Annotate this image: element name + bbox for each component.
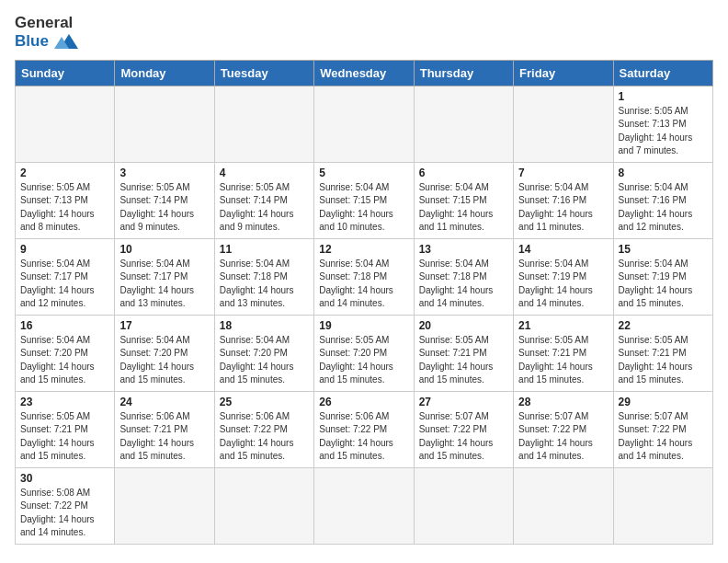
- day-number: 4: [220, 167, 309, 179]
- day-number: 1: [619, 90, 708, 103]
- day-info: Sunrise: 5:05 AM Sunset: 7:13 PM Dayligh…: [20, 181, 109, 235]
- day-number: 6: [419, 167, 508, 179]
- day-info: Sunrise: 5:04 AM Sunset: 7:15 PM Dayligh…: [319, 181, 408, 235]
- calendar-cell: 20Sunrise: 5:05 AM Sunset: 7:21 PM Dayli…: [414, 315, 513, 391]
- day-info: Sunrise: 5:04 AM Sunset: 7:20 PM Dayligh…: [119, 334, 209, 387]
- calendar-week-4: 16Sunrise: 5:04 AM Sunset: 7:20 PM Dayli…: [16, 315, 713, 391]
- logo-blue: Blue: [15, 32, 49, 51]
- day-info: Sunrise: 5:04 AM Sunset: 7:15 PM Dayligh…: [419, 181, 508, 235]
- day-number: 8: [619, 167, 708, 179]
- calendar-cell: 18Sunrise: 5:04 AM Sunset: 7:20 PM Dayli…: [214, 315, 313, 391]
- day-info: Sunrise: 5:06 AM Sunset: 7:21 PM Dayligh…: [119, 410, 209, 464]
- calendar-cell: 15Sunrise: 5:04 AM Sunset: 7:19 PM Dayli…: [613, 238, 712, 315]
- day-number: 2: [20, 167, 109, 179]
- day-info: Sunrise: 5:04 AM Sunset: 7:19 PM Dayligh…: [518, 258, 608, 311]
- day-number: 28: [518, 396, 608, 408]
- day-number: 24: [119, 396, 209, 408]
- day-number: 20: [419, 319, 508, 332]
- day-info: Sunrise: 5:04 AM Sunset: 7:17 PM Dayligh…: [119, 258, 209, 311]
- day-number: 12: [319, 243, 408, 256]
- calendar-cell: [16, 86, 115, 162]
- day-number: 18: [220, 319, 309, 332]
- weekday-header-saturday: Saturday: [613, 60, 712, 86]
- calendar-cell: 9Sunrise: 5:04 AM Sunset: 7:17 PM Daylig…: [16, 238, 115, 315]
- day-info: Sunrise: 5:04 AM Sunset: 7:16 PM Dayligh…: [619, 181, 708, 235]
- day-info: Sunrise: 5:05 AM Sunset: 7:21 PM Dayligh…: [20, 410, 109, 464]
- calendar-cell: [414, 467, 513, 544]
- calendar-cell: 6Sunrise: 5:04 AM Sunset: 7:15 PM Daylig…: [414, 162, 513, 238]
- calendar-cell: 10Sunrise: 5:04 AM Sunset: 7:17 PM Dayli…: [115, 238, 214, 315]
- calendar-cell: 13Sunrise: 5:04 AM Sunset: 7:18 PM Dayli…: [414, 238, 513, 315]
- day-number: 5: [319, 167, 408, 179]
- calendar-table: SundayMondayTuesdayWednesdayThursdayFrid…: [15, 60, 713, 545]
- calendar-cell: 4Sunrise: 5:05 AM Sunset: 7:14 PM Daylig…: [214, 162, 313, 238]
- calendar-cell: 29Sunrise: 5:07 AM Sunset: 7:22 PM Dayli…: [613, 391, 712, 467]
- calendar-week-3: 9Sunrise: 5:04 AM Sunset: 7:17 PM Daylig…: [16, 238, 713, 315]
- day-info: Sunrise: 5:06 AM Sunset: 7:22 PM Dayligh…: [319, 410, 408, 464]
- day-info: Sunrise: 5:04 AM Sunset: 7:19 PM Dayligh…: [619, 258, 708, 311]
- day-number: 25: [220, 396, 309, 408]
- calendar-week-1: 1Sunrise: 5:05 AM Sunset: 7:13 PM Daylig…: [16, 86, 713, 162]
- header: General Blue: [15, 15, 713, 51]
- calendar-cell: [314, 467, 414, 544]
- day-number: 16: [20, 319, 109, 332]
- weekday-header-sunday: Sunday: [16, 60, 115, 86]
- day-number: 27: [419, 396, 508, 408]
- calendar-cell: [214, 86, 313, 162]
- calendar-cell: 7Sunrise: 5:04 AM Sunset: 7:16 PM Daylig…: [514, 162, 613, 238]
- day-number: 7: [518, 167, 608, 179]
- day-info: Sunrise: 5:05 AM Sunset: 7:21 PM Dayligh…: [518, 334, 608, 387]
- day-info: Sunrise: 5:04 AM Sunset: 7:18 PM Dayligh…: [220, 258, 309, 311]
- day-number: 21: [518, 319, 608, 332]
- day-number: 11: [220, 243, 309, 256]
- calendar-cell: 30Sunrise: 5:08 AM Sunset: 7:22 PM Dayli…: [16, 467, 115, 544]
- day-info: Sunrise: 5:04 AM Sunset: 7:16 PM Dayligh…: [518, 181, 608, 235]
- calendar-cell: 16Sunrise: 5:04 AM Sunset: 7:20 PM Dayli…: [16, 315, 115, 391]
- calendar-cell: 28Sunrise: 5:07 AM Sunset: 7:22 PM Dayli…: [514, 391, 613, 467]
- calendar-cell: [214, 467, 313, 544]
- calendar-cell: 17Sunrise: 5:04 AM Sunset: 7:20 PM Dayli…: [115, 315, 214, 391]
- day-info: Sunrise: 5:08 AM Sunset: 7:22 PM Dayligh…: [20, 487, 109, 540]
- day-number: 23: [20, 396, 109, 408]
- calendar-cell: [115, 467, 214, 544]
- calendar-cell: 12Sunrise: 5:04 AM Sunset: 7:18 PM Dayli…: [314, 238, 414, 315]
- calendar-cell: 14Sunrise: 5:04 AM Sunset: 7:19 PM Dayli…: [514, 238, 613, 315]
- day-number: 19: [319, 319, 408, 332]
- day-info: Sunrise: 5:07 AM Sunset: 7:22 PM Dayligh…: [419, 410, 508, 464]
- weekday-header-thursday: Thursday: [414, 60, 513, 86]
- calendar-cell: [115, 86, 214, 162]
- calendar-cell: 8Sunrise: 5:04 AM Sunset: 7:16 PM Daylig…: [613, 162, 712, 238]
- calendar-cell: 26Sunrise: 5:06 AM Sunset: 7:22 PM Dayli…: [314, 391, 414, 467]
- calendar-cell: 21Sunrise: 5:05 AM Sunset: 7:21 PM Dayli…: [514, 315, 613, 391]
- day-info: Sunrise: 5:04 AM Sunset: 7:20 PM Dayligh…: [20, 334, 109, 387]
- calendar-cell: [613, 467, 712, 544]
- day-number: 29: [619, 396, 708, 408]
- calendar-cell: 1Sunrise: 5:05 AM Sunset: 7:13 PM Daylig…: [613, 86, 712, 162]
- calendar-cell: 22Sunrise: 5:05 AM Sunset: 7:21 PM Dayli…: [613, 315, 712, 391]
- calendar-week-6: 30Sunrise: 5:08 AM Sunset: 7:22 PM Dayli…: [16, 467, 713, 544]
- day-info: Sunrise: 5:04 AM Sunset: 7:18 PM Dayligh…: [319, 258, 408, 311]
- calendar-cell: 2Sunrise: 5:05 AM Sunset: 7:13 PM Daylig…: [16, 162, 115, 238]
- weekday-header-monday: Monday: [115, 60, 214, 86]
- calendar-cell: 24Sunrise: 5:06 AM Sunset: 7:21 PM Dayli…: [115, 391, 214, 467]
- calendar-cell: 25Sunrise: 5:06 AM Sunset: 7:22 PM Dayli…: [214, 391, 313, 467]
- calendar-cell: 3Sunrise: 5:05 AM Sunset: 7:14 PM Daylig…: [115, 162, 214, 238]
- day-number: 14: [518, 243, 608, 256]
- day-info: Sunrise: 5:07 AM Sunset: 7:22 PM Dayligh…: [619, 410, 708, 464]
- logo: General Blue: [15, 15, 78, 51]
- day-info: Sunrise: 5:05 AM Sunset: 7:21 PM Dayligh…: [619, 334, 708, 387]
- weekday-header-row: SundayMondayTuesdayWednesdayThursdayFrid…: [16, 60, 713, 86]
- day-info: Sunrise: 5:05 AM Sunset: 7:20 PM Dayligh…: [319, 334, 408, 387]
- day-info: Sunrise: 5:05 AM Sunset: 7:21 PM Dayligh…: [419, 334, 508, 387]
- day-number: 10: [119, 243, 209, 256]
- day-number: 9: [20, 243, 109, 256]
- logo-text: General Blue: [15, 15, 78, 51]
- day-info: Sunrise: 5:05 AM Sunset: 7:14 PM Dayligh…: [220, 181, 309, 235]
- calendar-cell: 11Sunrise: 5:04 AM Sunset: 7:18 PM Dayli…: [214, 238, 313, 315]
- calendar-cell: 5Sunrise: 5:04 AM Sunset: 7:15 PM Daylig…: [314, 162, 414, 238]
- calendar-week-5: 23Sunrise: 5:05 AM Sunset: 7:21 PM Dayli…: [16, 391, 713, 467]
- logo-icon: [51, 32, 78, 51]
- day-info: Sunrise: 5:04 AM Sunset: 7:17 PM Dayligh…: [20, 258, 109, 311]
- day-info: Sunrise: 5:04 AM Sunset: 7:18 PM Dayligh…: [419, 258, 508, 311]
- logo-general: General: [15, 14, 73, 31]
